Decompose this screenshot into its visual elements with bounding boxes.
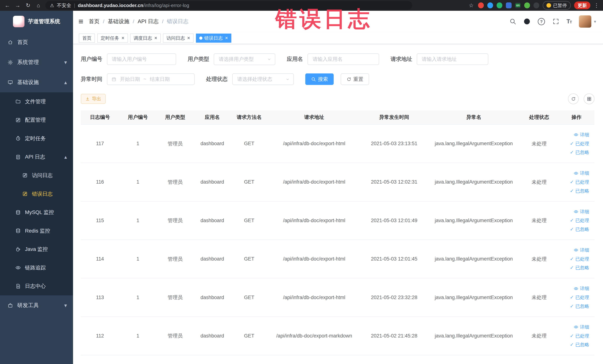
detail-link[interactable]: 详细 xyxy=(561,284,589,293)
sidebar-item-api-logs[interactable]: API 日志 ▴ xyxy=(0,148,73,166)
forward-icon[interactable]: → xyxy=(14,2,21,9)
close-icon[interactable]: × xyxy=(154,35,157,41)
detail-link[interactable]: 详细 xyxy=(561,323,589,331)
breadcrumb-item[interactable]: 基础设施 xyxy=(108,18,129,25)
column-settings-button[interactable] xyxy=(584,94,594,104)
sidebar-item-dev-tools[interactable]: 研发工具 ▾ xyxy=(0,295,73,316)
breadcrumb-item[interactable]: API 日志 xyxy=(138,18,159,25)
extension-icon[interactable] xyxy=(524,2,530,8)
tab-error-logs[interactable]: 错误日志 × xyxy=(196,34,232,43)
processed-link[interactable]: ✓ 已处理 xyxy=(561,139,589,148)
ignored-link[interactable]: ✓ 已忽略 xyxy=(561,187,589,195)
search-icon[interactable] xyxy=(509,18,516,25)
user-menu[interactable]: ▾ xyxy=(579,15,596,28)
ignored-link[interactable]: ✓ 已忽略 xyxy=(561,225,589,234)
request-url-cell: /api/infra/db-doc/export-html xyxy=(268,201,361,240)
refresh-button[interactable] xyxy=(568,94,579,104)
update-button[interactable]: 更新 xyxy=(574,1,590,9)
tab-scheduled-tasks[interactable]: 定时任务 × xyxy=(97,34,128,43)
processed-link[interactable]: ✓ 已处理 xyxy=(561,331,589,341)
eye-icon xyxy=(574,132,578,137)
breadcrumb-item[interactable]: 首页 xyxy=(89,18,100,25)
sidebar-item-error-logs[interactable]: 错误日志 xyxy=(0,185,73,203)
extension-icon[interactable]: on xyxy=(515,2,521,8)
detail-link[interactable]: 详细 xyxy=(561,246,589,255)
database-icon xyxy=(15,210,21,215)
detail-link[interactable]: 详细 xyxy=(561,130,589,139)
ignored-link[interactable]: ✓ 已忽略 xyxy=(561,340,589,349)
sidebar-item-log-center[interactable]: 日志中心 xyxy=(0,277,73,295)
back-icon[interactable]: ← xyxy=(4,2,11,9)
reload-icon[interactable]: ↻ xyxy=(25,2,32,9)
font-size-icon[interactable]: TT xyxy=(567,18,572,25)
ignored-link[interactable]: ✓ 已忽略 xyxy=(561,302,589,311)
sidebar-item-infrastructure[interactable]: 基础设施 ▴ xyxy=(0,72,73,92)
app-name-cell: dashboard xyxy=(194,278,231,317)
bookmark-star-icon[interactable]: ☆ xyxy=(468,2,475,9)
reset-button[interactable]: 重置 xyxy=(341,73,369,85)
processed-link[interactable]: ✓ 已处理 xyxy=(561,293,589,302)
fullscreen-icon[interactable] xyxy=(552,18,559,25)
exception-time-range-picker[interactable]: 开始日期 ~ 结束日期 xyxy=(107,73,195,85)
app-title: 芋道管理系统 xyxy=(28,18,60,25)
processed-link[interactable]: ✓ 已处理 xyxy=(561,178,589,187)
processed-link[interactable]: ✓ 已处理 xyxy=(561,255,589,263)
filter-form-row-1: 用户编号 用户类型 请选择用户类型 应用名 xyxy=(81,53,595,65)
eye-icon xyxy=(15,265,21,270)
export-button[interactable]: 导出 xyxy=(81,94,106,104)
user-type-select[interactable]: 请选择用户类型 xyxy=(214,53,275,65)
extension-icon[interactable] xyxy=(497,2,502,8)
sidebar-item-config-management[interactable]: 配置管理 xyxy=(0,111,73,129)
exception-time-cell: 2021-05-03 12:01:45 xyxy=(361,240,428,278)
column-header: 用户编号 xyxy=(119,110,156,124)
extension-icon[interactable] xyxy=(506,2,512,8)
tab-home[interactable]: 首页 xyxy=(79,34,95,43)
process-status-label: 处理状态 xyxy=(206,75,228,83)
ignored-link[interactable]: ✓ 已忽略 xyxy=(561,148,589,157)
extension-icon[interactable] xyxy=(533,2,539,8)
close-icon[interactable]: × xyxy=(225,35,228,41)
extension-icon[interactable] xyxy=(478,2,484,8)
help-icon[interactable]: ? xyxy=(538,18,545,25)
processed-link[interactable]: ✓ 已处理 xyxy=(561,216,589,225)
folder-icon xyxy=(15,99,21,104)
browser-menu-icon[interactable]: ⋮ xyxy=(594,2,599,9)
security-label[interactable]: 不安全 xyxy=(57,2,71,9)
user-id-label: 用户编号 xyxy=(81,55,102,63)
ignored-link[interactable]: ✓ 已忽略 xyxy=(561,263,589,272)
navbar-actions: ? TT ▾ xyxy=(509,15,596,28)
request-url-label: 请求地址 xyxy=(391,55,412,63)
hamburger-icon[interactable]: ≡ xyxy=(78,17,83,26)
sidebar-item-mysql-monitor[interactable]: MySQL 监控 xyxy=(0,203,73,222)
sidebar-item-home[interactable]: 首页 xyxy=(0,32,73,52)
app-name-input[interactable] xyxy=(308,53,379,65)
process-status-select[interactable]: 请选择处理状态 xyxy=(232,73,294,85)
github-icon[interactable] xyxy=(523,18,530,25)
browser-toolbar: ← → ↻ ⌂ ⚠ 不安全 | dashboard.yudao.iocoder.… xyxy=(0,0,603,11)
sidebar-item-system-management[interactable]: 系统管理 ▾ xyxy=(0,52,73,72)
detail-link[interactable]: 详细 xyxy=(561,169,589,178)
sidebar-item-scheduled-tasks[interactable]: 定时任务 xyxy=(0,129,73,148)
extension-icon[interactable] xyxy=(487,2,493,8)
sidebar-item-java-monitor[interactable]: Java 监控 xyxy=(0,240,73,259)
close-icon[interactable]: × xyxy=(121,35,124,41)
sidebar-item-redis-monitor[interactable]: Redis 监控 xyxy=(0,222,73,240)
home-icon[interactable]: ⌂ xyxy=(35,2,42,9)
sidebar-item-access-logs[interactable]: 访问日志 xyxy=(0,166,73,185)
search-button[interactable]: 搜索 xyxy=(305,73,334,85)
log-id-cell: 113 xyxy=(81,278,119,317)
close-icon[interactable]: × xyxy=(187,35,190,41)
paused-button[interactable]: 已暂停 xyxy=(543,1,571,10)
log-id-cell: 116 xyxy=(81,163,119,201)
request-url-input[interactable] xyxy=(417,53,488,65)
sidebar-item-link-tracing[interactable]: 链路追踪 xyxy=(0,258,73,277)
monitor-icon xyxy=(8,80,13,85)
detail-link[interactable]: 详细 xyxy=(561,207,589,216)
tab-access-logs[interactable]: 访问日志 × xyxy=(163,34,194,43)
sidebar-item-file-management[interactable]: 文件管理 xyxy=(0,92,73,111)
user-id-input[interactable] xyxy=(107,53,176,65)
address-bar[interactable]: ⚠ 不安全 | dashboard.yudao.iocoder.cn/infra… xyxy=(46,1,412,10)
avatar[interactable] xyxy=(579,15,591,28)
check-icon: ✓ xyxy=(570,302,574,311)
tab-schedule-logs[interactable]: 调度日志 × xyxy=(130,34,161,43)
